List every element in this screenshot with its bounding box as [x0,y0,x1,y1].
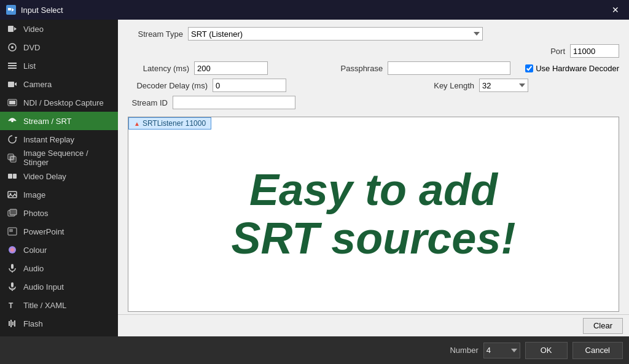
sidebar-label-instant-replay: Instant Replay [23,135,74,144]
sidebar-item-audio[interactable]: Audio [0,259,118,277]
svg-text:T: T [9,301,14,310]
flash-icon [6,317,18,330]
sidebar-item-image[interactable]: Image [0,185,118,204]
camera-icon [6,78,18,90]
colour-icon [6,244,18,256]
sidebar-item-audio-input[interactable]: Audio Input [0,277,118,296]
port-label: Port [550,47,565,56]
video-icon [6,23,18,35]
stream-type-label: Stream Type [128,29,183,39]
latency-input[interactable] [194,61,268,75]
latency-label: Latency (ms) [128,64,189,73]
svg-marker-1 [12,8,14,12]
sidebar-label-flash: Flash [23,319,43,328]
svg-rect-17 [9,155,15,161]
port-input[interactable] [570,44,619,58]
sidebar-label-title-xaml: Title / XAML [23,301,66,310]
form-area: Stream Type SRT (Listener) Port Latency … [118,20,629,117]
bottom-bar: Clear [118,314,629,336]
close-button[interactable]: ✕ [608,2,623,17]
svg-marker-10 [15,82,17,86]
preview-content: Easy to add SRT sources! [128,117,619,311]
svg-rect-23 [10,209,17,215]
preview-area: ▲ SRTListener 11000 Easy to add SRT sour… [128,117,619,312]
svg-point-5 [11,46,14,48]
main-content: Video DVD List Camera [0,20,629,336]
sidebar-label-colour: Colour [23,246,47,255]
ndi-icon [6,96,18,109]
stream-id-label: Stream ID [128,98,168,107]
sidebar-label-ndi: NDI / Desktop Capture [23,98,104,107]
decoder-keylength-row: Decoder Delay (ms) Key Length 32 [128,79,619,92]
hardware-decoder-checkbox[interactable] [525,64,533,72]
number-select[interactable]: 4 [483,343,520,358]
stream-type-row: Stream Type SRT (Listener) [128,27,619,41]
sidebar-item-dvd[interactable]: DVD [0,38,118,56]
sidebar-label-dvd: DVD [23,43,40,52]
svg-rect-18 [8,174,12,179]
preview-tab[interactable]: ▲ SRTListener 11000 [128,117,211,130]
title-bar: Input Select ✕ [0,0,629,20]
clear-button[interactable]: Clear [583,318,623,334]
svg-rect-6 [8,63,17,64]
sidebar-item-instant-replay[interactable]: Instant Replay [0,130,118,149]
svg-rect-36 [14,320,15,327]
svg-rect-2 [8,26,14,32]
list-icon [6,60,18,72]
sidebar-item-flash[interactable]: Flash [0,314,118,333]
ok-button[interactable]: OK [525,342,568,359]
svg-rect-8 [8,68,17,69]
svg-point-13 [11,120,14,122]
powerpoint-icon [6,225,18,238]
hardware-decoder-label: Use Hardware Decoder [536,64,619,73]
key-length-select[interactable]: 32 [479,79,528,92]
triangle-icon: ▲ [134,120,140,127]
key-length-label: Key Length [425,81,474,90]
sidebar-item-stream[interactable]: Stream / SRT [0,112,118,130]
stream-id-row: Stream ID [128,96,619,109]
sidebar-item-list[interactable]: List [0,56,118,75]
sidebar-label-camera: Camera [23,80,52,89]
video-delay-icon [6,170,18,182]
svg-rect-12 [9,101,15,104]
stream-type-select[interactable]: SRT (Listener) [188,27,483,41]
sidebar-label-photos: Photos [23,209,48,218]
sidebar-item-camera[interactable]: Camera [0,75,118,93]
right-panel: Stream Type SRT (Listener) Port Latency … [118,20,629,336]
svg-rect-0 [8,8,11,10]
preview-wrapper: ▲ SRTListener 11000 Easy to add SRT sour… [118,117,629,314]
sidebar-item-photos[interactable]: Photos [0,204,118,222]
port-row: Port [128,44,619,58]
svg-rect-7 [8,65,17,66]
sidebar-item-video[interactable]: Video [0,20,118,38]
replay-icon [6,133,18,145]
svg-rect-35 [12,322,14,325]
sidebar-item-ndi[interactable]: NDI / Desktop Capture [0,93,118,112]
preview-tab-label: SRTListener 11000 [143,119,206,128]
dialog: Input Select ✕ Video DVD [0,0,629,364]
stream-id-input[interactable] [173,96,295,109]
sidebar-item-image-sequence[interactable]: Image Sequence / Stinger [0,149,118,167]
latency-passphrase-row: Latency (ms) Passphrase Use Hardware Dec… [128,61,619,75]
sidebar-label-list: List [23,61,36,71]
sidebar-label-video: Video [23,25,44,34]
svg-rect-25 [9,229,13,232]
image-sequence-icon [6,152,18,164]
sidebar-item-title-xaml[interactable]: T Title / XAML [0,296,118,314]
sidebar-label-powerpoint: PowerPoint [23,227,64,236]
footer: Number 4 OK Cancel [0,336,629,364]
app-icon [6,5,16,15]
passphrase-label: Passphrase [334,64,383,73]
svg-rect-29 [11,282,14,287]
passphrase-input[interactable] [388,61,510,75]
sidebar-item-colour[interactable]: Colour [0,241,118,259]
cancel-button[interactable]: Cancel [572,342,623,359]
svg-rect-19 [13,174,17,179]
sidebar-item-video-delay[interactable]: Video Delay [0,167,118,185]
decoder-delay-input[interactable] [213,79,286,92]
dvd-icon [6,41,18,53]
sidebar-item-powerpoint[interactable]: PowerPoint [0,222,118,241]
sidebar-label-stream: Stream / SRT [23,117,72,126]
svg-rect-34 [10,320,12,327]
svg-marker-3 [14,27,17,31]
